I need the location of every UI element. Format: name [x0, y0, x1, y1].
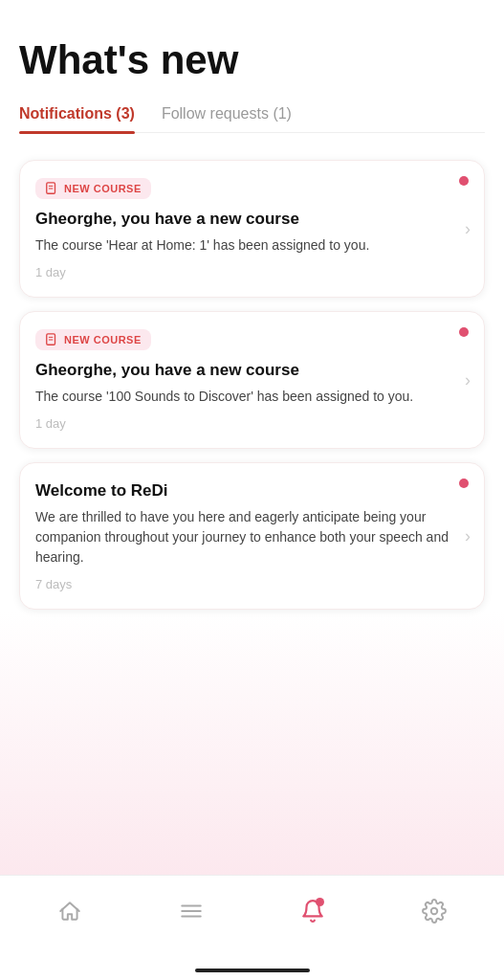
notifications-list: NEW COURSE Gheorghe, you have a new cour… — [19, 152, 485, 610]
book-icon-2 — [45, 333, 58, 346]
home-icon — [56, 898, 83, 924]
home-indicator-bar — [195, 969, 310, 972]
tabs-bar: Notifications (3) Follow requests (1) — [19, 105, 485, 133]
notification-card-1[interactable]: NEW COURSE Gheorghe, you have a new cour… — [19, 160, 485, 298]
notification-card-2[interactable]: NEW COURSE Gheorghe, you have a new cour… — [19, 311, 485, 449]
card-title-1: Gheorghe, you have a new course — [35, 209, 469, 230]
bell-notification-dot — [316, 898, 324, 906]
nav-bell[interactable] — [252, 898, 374, 924]
book-icon — [45, 182, 58, 195]
card-body-1: The course 'Hear at Home: 1' has been as… — [35, 235, 469, 256]
card-time-1: 1 day — [35, 265, 469, 279]
chevron-right-icon-3: › — [465, 526, 471, 546]
badge-new-course-2: NEW COURSE — [35, 329, 151, 350]
svg-point-9 — [430, 907, 437, 914]
card-title-3: Welcome to ReDi — [35, 480, 469, 501]
unread-dot-1 — [459, 176, 469, 186]
home-indicator — [0, 961, 504, 980]
card-body-3: We are thrilled to have you here and eag… — [35, 507, 469, 568]
notification-card-3[interactable]: Welcome to ReDi We are thrilled to have … — [19, 462, 485, 610]
badge-new-course-1: NEW COURSE — [35, 178, 151, 199]
chevron-right-icon-2: › — [465, 370, 471, 390]
tab-follow-requests[interactable]: Follow requests (1) — [162, 105, 292, 132]
card-time-2: 1 day — [35, 416, 469, 431]
settings-icon — [421, 898, 448, 924]
nav-menu[interactable] — [131, 898, 252, 924]
badge-label-1: NEW COURSE — [64, 183, 142, 194]
page-title: What's new — [19, 38, 485, 82]
nav-home[interactable] — [10, 898, 131, 924]
chevron-right-icon-1: › — [465, 219, 471, 239]
bottom-nav — [0, 875, 504, 961]
badge-label-2: NEW COURSE — [64, 334, 142, 345]
menu-icon — [178, 898, 205, 924]
card-body-2: The course '100 Sounds to Discover' has … — [35, 387, 469, 407]
card-title-2: Gheorghe, you have a new course — [35, 360, 469, 381]
nav-settings[interactable] — [373, 898, 494, 924]
card-time-3: 7 days — [35, 577, 469, 591]
tab-notifications[interactable]: Notifications (3) — [19, 105, 135, 132]
unread-dot-2 — [459, 327, 469, 337]
